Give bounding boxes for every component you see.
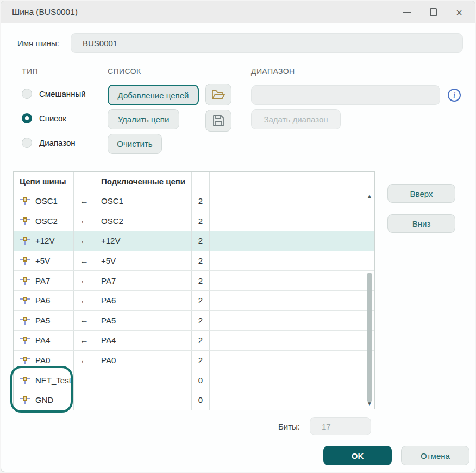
bus-name-value: BUS0001 <box>83 39 117 48</box>
move-down-button[interactable]: Вниз <box>387 214 455 233</box>
remove-nets-button[interactable]: Удалить цепи <box>108 109 179 129</box>
bus-net-cell: PA5 <box>14 311 74 331</box>
table-row[interactable]: PA0←PA02 <box>14 350 374 370</box>
section-range-label: ДИАПАЗОН <box>251 67 295 76</box>
table-scrollbar[interactable]: ▲ ▼ <box>366 191 373 408</box>
close-icon: × <box>456 7 462 18</box>
scroll-down-icon[interactable]: ▼ <box>366 401 373 407</box>
bus-net-name: OSC2 <box>35 216 58 226</box>
radio-list-icon <box>22 113 32 123</box>
count-cell: 0 <box>192 370 210 390</box>
bus-net-name: PA0 <box>35 356 50 365</box>
arrow-cell: ← <box>74 351 95 370</box>
bus-net-name: GND <box>35 395 53 404</box>
net-icon <box>20 236 30 245</box>
radio-mixed[interactable]: Смешанный <box>22 89 86 99</box>
table-row[interactable]: NET_Test0 <box>14 370 374 390</box>
table-row[interactable]: OSC1←OSC12 <box>14 191 374 211</box>
extra-cell <box>210 191 374 211</box>
header-bus-nets: Цепи шины <box>14 172 74 191</box>
net-icon <box>20 217 30 225</box>
bus-net-name: PA5 <box>35 316 50 325</box>
arrow-cell <box>74 390 95 410</box>
table-row[interactable]: PA6←PA62 <box>14 290 374 310</box>
net-icon <box>20 277 30 285</box>
count-cell: 2 <box>192 311 210 331</box>
radio-range[interactable]: Диапазон <box>22 138 76 148</box>
arrow-cell: ← <box>74 191 95 211</box>
table-row[interactable]: PA5←PA52 <box>14 310 374 331</box>
bus-net-cell: +5V <box>14 251 74 271</box>
connected-net-cell: PA0 <box>95 351 192 370</box>
bits-input[interactable]: 17 <box>310 417 371 435</box>
info-icon[interactable]: i <box>448 89 461 102</box>
table-row[interactable]: +5V←+5V2 <box>14 251 374 271</box>
table-row[interactable]: GND0 <box>14 390 374 410</box>
radio-list[interactable]: Список <box>22 113 66 123</box>
radio-list-label: Список <box>39 114 66 123</box>
net-icon <box>20 396 30 404</box>
bus-net-name: NET_Test <box>35 376 71 385</box>
count-cell: 2 <box>192 211 210 231</box>
net-icon <box>20 356 30 364</box>
bus-net-cell: +12V <box>14 231 74 251</box>
connected-net-cell: PA6 <box>95 291 192 310</box>
connected-net-cell: OSC2 <box>95 211 192 231</box>
minimize-button[interactable] <box>400 5 414 20</box>
extra-cell <box>210 271 374 290</box>
scroll-up-icon[interactable]: ▲ <box>366 193 373 200</box>
connected-net-cell <box>95 370 192 390</box>
section-divider <box>13 163 463 163</box>
table-row[interactable]: PA4←PA42 <box>14 330 374 350</box>
ok-button[interactable]: OK <box>323 446 392 465</box>
header-extra <box>210 172 374 191</box>
bus-net-cell: PA0 <box>14 351 74 370</box>
bus-net-name: PA4 <box>35 335 50 345</box>
net-icon <box>20 296 30 304</box>
net-icon <box>20 336 30 344</box>
bits-label: Биты: <box>275 422 300 431</box>
table-header: Цепи шины Подключенные цепи <box>14 172 374 191</box>
cancel-label: Отмена <box>421 451 450 460</box>
extra-cell <box>210 311 374 331</box>
set-range-button[interactable]: Задать диапазон <box>251 109 341 129</box>
save-diskette-icon <box>212 115 224 127</box>
header-connected-nets: Подключенные цепи <box>95 172 192 191</box>
clear-button[interactable]: Очистить <box>108 134 162 154</box>
bus-net-cell: NET_Test <box>14 370 74 390</box>
table-row[interactable]: +12V←+12V2 <box>14 231 374 251</box>
range-input[interactable] <box>251 85 440 105</box>
radio-mixed-label: Смешанный <box>39 89 86 98</box>
add-nets-button[interactable]: Добавление цепей <box>108 85 199 105</box>
count-cell: 2 <box>192 351 210 370</box>
table-body: OSC1←OSC12OSC2←OSC22+12V←+12V2+5V←+5V2PA… <box>14 191 374 410</box>
arrow-cell: ← <box>74 291 95 310</box>
arrow-cell: ← <box>74 271 95 290</box>
count-cell: 2 <box>192 251 210 271</box>
clear-label: Очистить <box>117 139 152 148</box>
scrollbar-thumb[interactable] <box>367 273 372 402</box>
maximize-button[interactable] <box>426 5 440 20</box>
net-icon <box>20 376 30 384</box>
count-cell: 2 <box>192 271 210 290</box>
bus-name-label: Имя шины: <box>17 39 59 48</box>
move-up-button[interactable]: Вверх <box>387 184 455 203</box>
table-row[interactable]: PA7←PA72 <box>14 270 374 290</box>
bus-net-cell: OSC2 <box>14 211 74 231</box>
save-button[interactable] <box>205 110 231 132</box>
connected-net-cell: PA7 <box>95 271 192 290</box>
bus-net-name: PA6 <box>35 296 50 305</box>
move-up-label: Вверх <box>410 189 433 198</box>
bus-name-input[interactable]: BUS0001 <box>71 33 463 53</box>
header-arrow <box>74 172 95 191</box>
maximize-icon <box>430 8 437 16</box>
connected-net-cell: PA4 <box>95 331 192 350</box>
section-type-label: ТИП <box>22 67 38 76</box>
cancel-button[interactable]: Отмена <box>401 446 469 465</box>
open-file-button[interactable] <box>205 84 231 105</box>
table-row[interactable]: OSC2←OSC22 <box>14 211 374 231</box>
add-nets-label: Добавление цепей <box>118 91 189 100</box>
close-button[interactable]: × <box>452 5 466 20</box>
remove-nets-label: Удалить цепи <box>118 115 170 124</box>
count-cell: 2 <box>192 331 210 350</box>
